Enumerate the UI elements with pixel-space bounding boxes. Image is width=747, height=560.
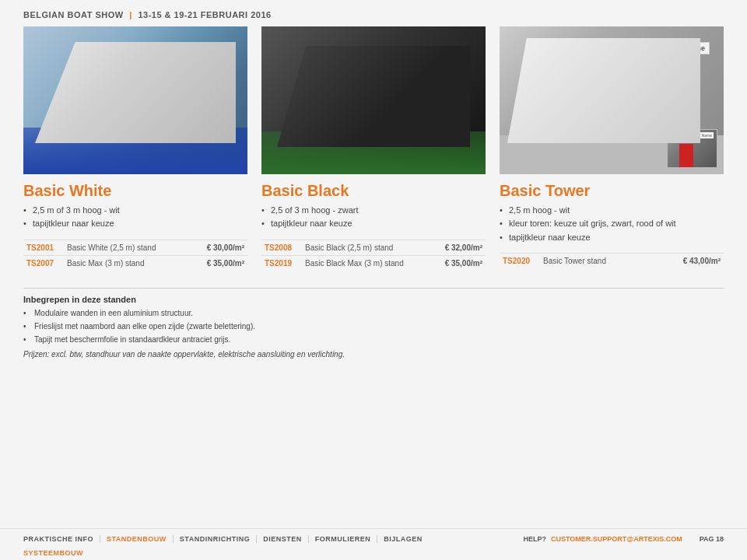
product-bullets-basic-white: 2,5 m of 3 m hoog - wit tapijtkleur naar… (23, 205, 247, 232)
pricing-row: TS2008 Basic Black (2,5 m) stand € 32,00… (261, 240, 486, 255)
page-wrapper: BELGIAN BOAT SHOW | 13-15 & 19-21 FEBRUA… (0, 0, 747, 560)
pricing-row: TS2007 Basic Max (3 m) stand € 35,00/m² (23, 255, 247, 271)
product-col-basic-white: Basic White 2,5 m of 3 m hoog - wit tapi… (23, 26, 247, 271)
pricing-code: TS2019 (261, 255, 302, 271)
pricing-table-basic-tower: TS2020 Basic Tower stand € 43,00/m² (500, 253, 724, 268)
bullet-item: tapijtkleur naar keuze (23, 218, 247, 229)
product-image-basic-tower: Name Name (500, 26, 724, 174)
tower-inset-name-tag: Name (700, 132, 714, 138)
footer-nav-item-formulieren[interactable]: FORMULIEREN (309, 535, 378, 543)
product-bullets-basic-black: 2,5 of 3 m hoog - zwart tapijtkleur naar… (261, 205, 486, 232)
footer-email[interactable]: CUSTOMER.SUPPORT@ARTEXIS.COM (551, 535, 682, 543)
footer-help-label: HELP? (524, 535, 547, 543)
bullet-item: 2,5 m hoog - wit (500, 205, 724, 216)
pricing-price: € 30,00/m² (190, 240, 247, 255)
tower-inset-door (679, 144, 693, 167)
bullet-item: 2,5 of 3 m hoog - zwart (261, 205, 486, 216)
pricing-desc: Basic Black (2,5 m) stand (302, 240, 431, 255)
product-col-basic-tower: Name Name Basic Tower 2,5 m hoog - wit k… (500, 26, 724, 271)
footer-sub-item-systeembouw[interactable]: SYSTEEMBOUW (23, 549, 89, 557)
product-col-basic-black: Basic Black 2,5 of 3 m hoog - zwart tapi… (261, 26, 486, 271)
pricing-price: € 35,00/m² (431, 255, 486, 271)
footer-nav-item-bijlagen[interactable]: BIJLAGEN (377, 535, 429, 543)
included-bullet: Tapijt met beschermfolie in standaardkle… (23, 334, 724, 345)
footer-sub-nav: SYSTEEMBOUW (23, 549, 724, 557)
included-bullet: Frieslijst met naambord aan elke open zi… (23, 320, 724, 332)
main-content: Basic White 2,5 m of 3 m hoog - wit tapi… (0, 26, 747, 528)
pricing-desc: Basic Max (3 m) stand (64, 255, 190, 271)
included-title: Inbegrepen in deze standen (23, 295, 724, 304)
pricing-table-basic-black: TS2008 Basic Black (2,5 m) stand € 32,00… (261, 240, 486, 271)
included-section: Inbegrepen in deze standen Modulaire wan… (23, 288, 724, 359)
product-name-basic-white: Basic White (23, 182, 247, 200)
footer-nav-item-standinrichting[interactable]: STANDINRICHTING (174, 535, 257, 543)
tower-name-tag: Name (681, 42, 710, 54)
pricing-code: TS2020 (500, 254, 540, 269)
pricing-desc: Basic Black Max (3 m) stand (302, 255, 431, 271)
bullet-item: 2,5 m of 3 m hoog - wit (23, 205, 247, 216)
tower-inset: Name (667, 129, 717, 168)
bullet-item: tapijtkleur naar keuze (261, 218, 486, 229)
footer-nav-item-praktische-info[interactable]: PRAKTISCHE INFO (23, 535, 100, 543)
product-grid: Basic White 2,5 m of 3 m hoog - wit tapi… (23, 26, 724, 271)
pricing-price: € 43,00/m² (652, 254, 724, 269)
product-bullets-basic-tower: 2,5 m hoog - wit kleur toren: keuze uit … (500, 205, 724, 245)
pricing-row: TS2019 Basic Black Max (3 m) stand € 35,… (261, 255, 486, 271)
product-name-basic-black: Basic Black (261, 182, 486, 200)
event-title: BELGIAN BOAT SHOW | 13-15 & 19-21 FEBRUA… (23, 10, 272, 19)
header-separator: | (129, 10, 132, 19)
bullet-item: kleur toren: keuze uit grijs, zwart, roo… (500, 218, 724, 229)
header: BELGIAN BOAT SHOW | 13-15 & 19-21 FEBRUA… (0, 0, 747, 26)
footer-page-number: PAG 18 (700, 535, 724, 543)
footer-nav-item-diensten[interactable]: DIENSTEN (257, 535, 309, 543)
pricing-desc: Basic Tower stand (540, 254, 652, 269)
included-bullet: Modulaire wanden in een aluminium struct… (23, 307, 724, 319)
bullet-item: tapijtkleur naar keuze (500, 232, 724, 243)
footer: PRAKTISCHE INFO STANDENBOUW STANDINRICHT… (0, 528, 747, 548)
pricing-desc: Basic White (2,5 m) stand (64, 240, 190, 255)
pricing-code: TS2008 (261, 240, 302, 255)
pricing-code: TS2001 (23, 240, 64, 255)
footer-nav: PRAKTISCHE INFO STANDENBOUW STANDINRICHT… (23, 535, 524, 543)
event-dates: 13-15 & 19-21 FEBRUARI 2016 (138, 10, 271, 19)
product-image-basic-black (261, 26, 486, 174)
pricing-code: TS2007 (23, 255, 64, 271)
footer-nav-item-standenbouw[interactable]: STANDENBOUW (100, 535, 174, 543)
footer-right: HELP? CUSTOMER.SUPPORT@ARTEXIS.COM PAG 1… (524, 535, 724, 543)
pricing-table-basic-white: TS2001 Basic White (2,5 m) stand € 30,00… (23, 240, 247, 271)
footer-bottom: SYSTEEMBOUW (0, 548, 747, 560)
product-name-basic-tower: Basic Tower (500, 182, 724, 200)
pricing-price: € 32,00/m² (431, 240, 486, 255)
product-image-basic-white (23, 26, 247, 174)
event-name: BELGIAN BOAT SHOW (23, 10, 124, 19)
included-bullets: Modulaire wanden in een aluminium struct… (23, 307, 724, 345)
pricing-row: TS2020 Basic Tower stand € 43,00/m² (500, 254, 724, 269)
pricing-note: Prijzen: excl. btw, standhuur van de naa… (23, 350, 724, 359)
pricing-row: TS2001 Basic White (2,5 m) stand € 30,00… (23, 240, 247, 255)
pricing-price: € 35,00/m² (190, 255, 247, 271)
